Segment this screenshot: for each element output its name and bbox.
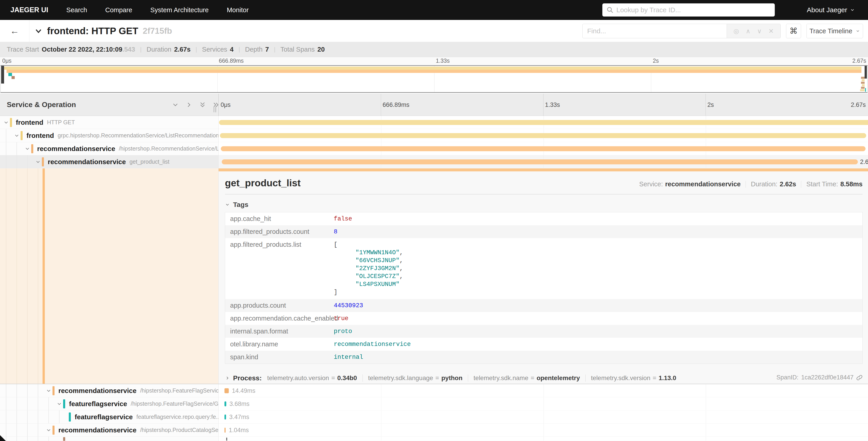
- span-duration-bar[interactable]: [226, 438, 227, 441]
- span-name-cell[interactable]: frontendHTTP GET: [0, 116, 218, 129]
- indent-guide: [38, 397, 38, 410]
- collapse-all-icon[interactable]: [172, 101, 179, 109]
- back-button[interactable]: ←: [0, 20, 29, 42]
- minimap-span-bar: [6, 70, 862, 73]
- search-icon: [607, 6, 614, 13]
- minimap-left-scrubber[interactable]: [1, 66, 4, 84]
- tag-key: internal.span.format: [225, 328, 334, 335]
- span-name-cell[interactable]: frontendgrpc.hipstershop.RecommendationS…: [0, 129, 218, 142]
- jaeger-logo[interactable]: JAEGER UI: [10, 6, 48, 14]
- clear-find-icon[interactable]: ✕: [769, 27, 774, 35]
- keyboard-shortcuts-button[interactable]: ⌘: [786, 24, 801, 38]
- trace-id-lookup-input[interactable]: [616, 6, 761, 14]
- indent-guide: [38, 437, 38, 441]
- span-duration-bar[interactable]: [220, 133, 866, 138]
- tag-key: app.filtered_products.list: [225, 238, 334, 248]
- tag-row[interactable]: app.filtered_products.list["1YMWWN1N4O",…: [225, 238, 862, 299]
- span-collapse-chevron-icon[interactable]: [3, 120, 9, 125]
- span-collapse-chevron-icon[interactable]: [46, 388, 52, 394]
- indent-guide: [38, 384, 38, 397]
- nav-item-system-architecture[interactable]: System Architecture: [150, 6, 209, 14]
- indent-guide: [17, 410, 17, 423]
- minimap-span-bar: [860, 89, 865, 91]
- nav-item-compare[interactable]: Compare: [105, 6, 132, 14]
- chevron-down-icon: [850, 7, 855, 12]
- tag-row[interactable]: otel.library.namerecommendationservice: [225, 338, 862, 351]
- span-row: [0, 437, 868, 441]
- span-name-cell[interactable]: featureflagservicefeatureflagservice.rep…: [0, 410, 218, 423]
- stat-label: Start Time:: [806, 180, 838, 188]
- indent-guide: [59, 410, 60, 423]
- span-timeline-cell[interactable]: 1.04ms: [218, 423, 868, 437]
- span-timeline-cell[interactable]: 3.47ms: [218, 410, 868, 423]
- span-name-cell[interactable]: recommendationserviceget_product_list: [0, 155, 218, 169]
- indent-guide: [27, 423, 28, 437]
- minimap-span-bar: [11, 76, 15, 79]
- span-duration-bar[interactable]: [224, 401, 226, 406]
- next-match-icon[interactable]: ∨: [757, 27, 762, 35]
- span-timeline-cell[interactable]: [218, 142, 868, 155]
- span-duration-bar[interactable]: [224, 388, 229, 393]
- collapse-deep-icon[interactable]: [199, 101, 206, 109]
- copy-link-icon[interactable]: [856, 375, 863, 381]
- jaeger-trace-page: JAEGER UI SearchCompareSystem Architectu…: [0, 0, 868, 441]
- trace-summary-bar: Trace StartOctober 22 2022, 22:10:09.543…: [0, 42, 868, 57]
- span-collapse-chevron-icon[interactable]: [35, 159, 41, 165]
- indent-guide: [6, 129, 6, 142]
- trace-view-selector[interactable]: Trace Timeline: [806, 24, 863, 38]
- collapse-trace-chevron-icon[interactable]: [34, 27, 42, 35]
- tag-row[interactable]: app.products.count44530923: [225, 299, 862, 312]
- span-collapse-chevron-icon[interactable]: [56, 401, 62, 407]
- minimap-right-scrubber[interactable]: [865, 66, 867, 79]
- span-name-cell[interactable]: recommendationservice/hipstershop.Featur…: [0, 384, 218, 397]
- tag-value: 44530923: [334, 302, 363, 309]
- tag-row[interactable]: app.recommendation.cache_enabledtrue: [225, 312, 862, 325]
- span-duration-bar[interactable]: [222, 159, 858, 164]
- span-name-cell[interactable]: featureflagservice/hipstershop.FeatureFl…: [0, 397, 218, 410]
- minimap-viewport[interactable]: [0, 65, 868, 93]
- span-name-cell[interactable]: [0, 437, 218, 441]
- tag-row[interactable]: span.kindinternal: [225, 351, 862, 363]
- expand-one-icon[interactable]: [185, 101, 193, 109]
- nav-item-monitor[interactable]: Monitor: [227, 6, 249, 14]
- about-jaeger-label: About Jaeger: [807, 6, 847, 14]
- process-section-toggle[interactable]: Process: telemetry.auto.version=0.34b0te…: [225, 374, 863, 382]
- timeline-tick-label: 2.67s: [851, 101, 866, 109]
- about-jaeger-menu[interactable]: About Jaeger: [807, 0, 855, 20]
- span-collapse-chevron-icon[interactable]: [14, 133, 20, 139]
- span-timeline-cell[interactable]: [218, 437, 868, 441]
- span-duration-bar[interactable]: [221, 146, 866, 151]
- span-operation-name: featureflagservice.repo.query:fe...: [136, 414, 218, 420]
- find-input[interactable]: [587, 27, 714, 35]
- tag-row[interactable]: internal.span.formatproto: [225, 325, 862, 338]
- span-operation-name: HTTP GET: [47, 119, 75, 126]
- selected-span-accent-bar: [219, 169, 868, 171]
- minimap-span-bar: [862, 79, 865, 81]
- span-name-cell[interactable]: recommendationservice/hipstershop.Recomm…: [0, 142, 218, 155]
- tag-row[interactable]: app.filtered_products.count8: [225, 225, 862, 238]
- span-collapse-chevron-icon[interactable]: [25, 146, 30, 152]
- tag-row[interactable]: app.cache_hitfalse: [225, 212, 862, 225]
- span-name-cell[interactable]: recommendationservice/hipstershop.Produc…: [0, 423, 218, 437]
- span-duration-bar[interactable]: [224, 428, 226, 433]
- span-duration-bar[interactable]: [224, 414, 226, 419]
- locate-match-icon[interactable]: ◎: [734, 27, 739, 35]
- span-timeline-cell[interactable]: 2.62s: [218, 155, 868, 169]
- span-timeline-cell[interactable]: [218, 129, 868, 142]
- span-duration-bar[interactable]: [219, 120, 868, 125]
- top-nav: JAEGER UI SearchCompareSystem Architectu…: [0, 0, 868, 20]
- span-operation-name: /hipstershop.ProductCatalogSer...: [140, 427, 218, 433]
- tags-section-toggle[interactable]: Tags: [225, 201, 863, 208]
- nav-item-search[interactable]: Search: [66, 6, 87, 14]
- column-resizer-handle[interactable]: [214, 107, 216, 112]
- prev-match-icon[interactable]: ∧: [746, 27, 750, 35]
- tag-key: app.filtered_products.count: [225, 228, 334, 235]
- span-collapse-chevron-icon[interactable]: [46, 427, 52, 433]
- span-timeline-cell[interactable]: 14.49ms: [218, 384, 868, 397]
- tag-key: app.recommendation.cache_enabled: [225, 315, 334, 322]
- span-timeline-cell[interactable]: 3.68ms: [218, 397, 868, 410]
- span-row: frontendHTTP GET: [0, 116, 868, 129]
- trace-id-lookup[interactable]: [602, 3, 775, 17]
- span-row-partial: [0, 437, 868, 441]
- span-timeline-cell[interactable]: [218, 116, 868, 129]
